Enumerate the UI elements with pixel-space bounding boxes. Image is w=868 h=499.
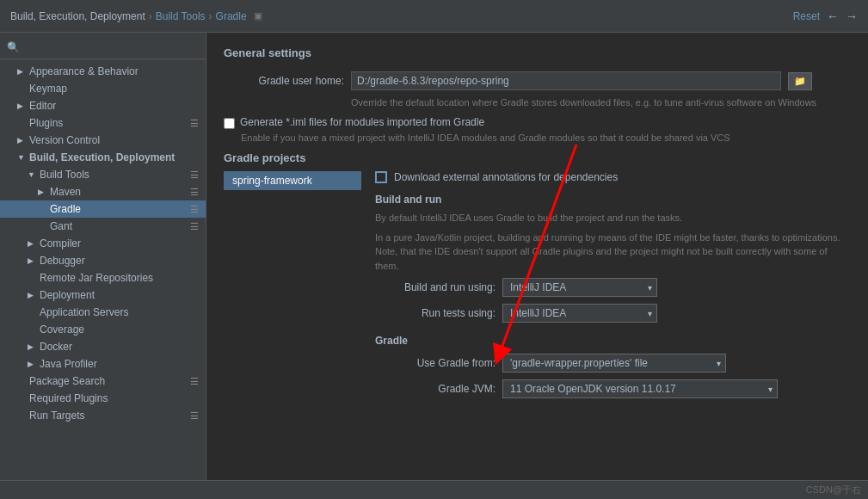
nav-forward-button[interactable]: → xyxy=(846,9,858,23)
sidebar-item-build-exec-deploy[interactable]: ▼Build, Execution, Deployment xyxy=(0,149,206,166)
top-bar: Build, Execution, Deployment › Build Too… xyxy=(0,0,868,33)
build-run-title: Build and run xyxy=(375,194,851,206)
build-run-desc2: In a pure Java/Kotlin project, building … xyxy=(375,231,851,274)
sidebar-item-maven[interactable]: ▶Maven☰ xyxy=(0,183,206,200)
project-list: spring-framework xyxy=(224,171,361,190)
gradle-jvm-wrapper: 11 Oracle OpenJDK version 11.0.17Project… xyxy=(502,379,778,398)
use-gradle-from-label: Use Gradle from: xyxy=(375,357,496,369)
sidebar: 🔍 ▶Appearance & BehaviorKeymap▶EditorPlu… xyxy=(0,33,206,480)
sidebar-item-label: Remote Jar Repositories xyxy=(40,272,153,284)
sidebar-item-label: Gant xyxy=(50,220,72,232)
sidebar-item-label: Package Search xyxy=(29,375,105,387)
sidebar-item-plugins[interactable]: Plugins☰ xyxy=(0,114,206,132)
ext-annotations-row: Download external annotations for depend… xyxy=(375,171,851,183)
sidebar-item-coverage[interactable]: Coverage xyxy=(0,321,206,338)
sidebar-item-label: Build Tools xyxy=(40,169,89,181)
toggle-icon: ▶ xyxy=(28,342,36,351)
sidebar-item-label: Required Plugins xyxy=(29,392,108,404)
toggle-icon: ▶ xyxy=(28,256,36,265)
sidebar-item-label: Coverage xyxy=(40,323,84,336)
reset-button[interactable]: Reset xyxy=(793,10,820,22)
sidebar-item-label: Deployment xyxy=(40,289,95,301)
bottom-bar: CSDN@于右 xyxy=(0,480,868,499)
project-item[interactable]: spring-framework xyxy=(224,171,361,190)
breadcrumb-sep2: › xyxy=(209,10,212,22)
page-icon: ☰ xyxy=(190,221,199,232)
search-input[interactable] xyxy=(25,41,199,53)
generate-iml-hint: Enable if you have a mixed project with … xyxy=(241,132,851,143)
toggle-icon: ▶ xyxy=(28,239,36,248)
breadcrumb-part3: Gradle xyxy=(216,10,247,22)
sidebar-item-editor[interactable]: ▶Editor xyxy=(0,97,206,114)
sidebar-item-label: Version Control xyxy=(29,134,100,146)
use-gradle-from-row: Use Gradle from: 'gradle-wrapper.propert… xyxy=(375,354,851,373)
sidebar-item-docker[interactable]: ▶Docker xyxy=(0,338,206,355)
sidebar-item-label: Debugger xyxy=(40,255,85,267)
sidebar-item-java-profiler[interactable]: ▶Java Profiler xyxy=(0,355,206,373)
sidebar-item-package-search[interactable]: Package Search☰ xyxy=(0,373,206,390)
sidebar-item-label: Run Targets xyxy=(29,410,84,422)
page-icon: ☰ xyxy=(190,187,199,198)
toggle-icon: ▶ xyxy=(17,102,26,110)
gradle-jvm-select[interactable]: 11 Oracle OpenJDK version 11.0.17Project… xyxy=(502,379,778,398)
run-tests-using-label: Run tests using: xyxy=(375,307,496,319)
page-icon: ☰ xyxy=(190,410,199,422)
run-tests-using-select[interactable]: IntelliJ IDEAGradle xyxy=(502,304,657,323)
breadcrumb-part1: Build, Execution, Deployment xyxy=(10,10,145,22)
sidebar-item-label: Appearance & Behavior xyxy=(29,65,139,77)
use-gradle-from-select[interactable]: 'gradle-wrapper.properties' fileSpecifie… xyxy=(502,354,726,373)
sidebar-item-remote-jar[interactable]: Remote Jar Repositories xyxy=(0,269,206,286)
main-layout: 🔍 ▶Appearance & BehaviorKeymap▶EditorPlu… xyxy=(0,33,868,480)
toggle-icon: ▼ xyxy=(17,153,26,162)
edit-icon: ▣ xyxy=(254,10,262,22)
folder-button[interactable]: 📁 xyxy=(788,72,812,90)
generate-iml-row: Generate *.iml files for modules importe… xyxy=(224,116,851,129)
sidebar-item-label: Maven xyxy=(50,186,81,198)
use-gradle-from-wrapper: 'gradle-wrapper.properties' fileSpecifie… xyxy=(502,354,726,373)
sidebar-item-label: Gradle xyxy=(50,203,81,215)
sidebar-item-build-tools[interactable]: ▼Build Tools☰ xyxy=(0,166,206,183)
search-icon: 🔍 xyxy=(7,41,20,53)
project-settings: Download external annotations for depend… xyxy=(375,171,851,405)
gradle-user-home-label: Gradle user home: xyxy=(224,75,344,87)
sidebar-item-version-control[interactable]: ▶Version Control xyxy=(0,132,206,149)
build-run-using-select[interactable]: IntelliJ IDEAGradle xyxy=(502,278,657,297)
sidebar-search-bar: 🔍 xyxy=(0,36,206,59)
run-tests-using-wrapper: IntelliJ IDEAGradle xyxy=(502,304,657,323)
build-run-desc1: By default IntelliJ IDEA uses Gradle to … xyxy=(375,211,851,225)
breadcrumb-part2: Build Tools xyxy=(156,10,206,22)
gradle-section-title: Gradle xyxy=(375,335,851,347)
attribution: CSDN@于右 xyxy=(806,484,861,495)
toggle-icon: ▶ xyxy=(28,291,36,299)
content-area: General settings Gradle user home: 📁 Ove… xyxy=(206,33,868,480)
ext-annotations-checkbox[interactable] xyxy=(375,171,387,183)
sidebar-item-gradle[interactable]: Gradle☰ xyxy=(0,200,206,218)
top-bar-actions: Reset ← → xyxy=(793,9,858,23)
toggle-icon: ▶ xyxy=(28,360,36,368)
sidebar-item-label: Keymap xyxy=(29,83,67,95)
breadcrumb: Build, Execution, Deployment › Build Too… xyxy=(10,10,262,22)
sidebar-item-deployment[interactable]: ▶Deployment xyxy=(0,286,206,304)
sidebar-item-debugger[interactable]: ▶Debugger xyxy=(0,252,206,269)
sidebar-item-gant[interactable]: Gant☰ xyxy=(0,218,206,235)
sidebar-item-keymap[interactable]: Keymap xyxy=(0,80,206,97)
projects-layout: spring-framework Download external annot… xyxy=(224,171,851,405)
sidebar-item-label: Compiler xyxy=(40,237,81,250)
nav-back-button[interactable]: ← xyxy=(827,9,839,23)
sidebar-item-label: Editor xyxy=(29,100,56,112)
sidebar-item-label: Build, Execution, Deployment xyxy=(29,151,175,163)
sidebar-item-app-servers[interactable]: Application Servers xyxy=(0,304,206,321)
sidebar-item-run-targets[interactable]: Run Targets☰ xyxy=(0,407,206,424)
build-run-using-wrapper: IntelliJ IDEAGradle xyxy=(502,278,657,297)
generate-iml-checkbox[interactable] xyxy=(224,118,235,129)
generate-iml-label: Generate *.iml files for modules importe… xyxy=(240,116,484,128)
sidebar-item-required-plugins[interactable]: Required Plugins xyxy=(0,390,206,407)
sidebar-item-appearance[interactable]: ▶Appearance & Behavior xyxy=(0,63,206,80)
page-icon: ☰ xyxy=(190,204,199,215)
sidebar-item-compiler[interactable]: ▶Compiler xyxy=(0,235,206,252)
gradle-projects-title: Gradle projects xyxy=(224,151,851,164)
sidebar-item-label: Plugins xyxy=(29,117,63,129)
gradle-user-home-input[interactable] xyxy=(351,71,781,90)
build-run-using-row: Build and run using: IntelliJ IDEAGradle xyxy=(375,278,851,297)
gradle-jvm-row: Gradle JVM: 11 Oracle OpenJDK version 11… xyxy=(375,379,851,398)
